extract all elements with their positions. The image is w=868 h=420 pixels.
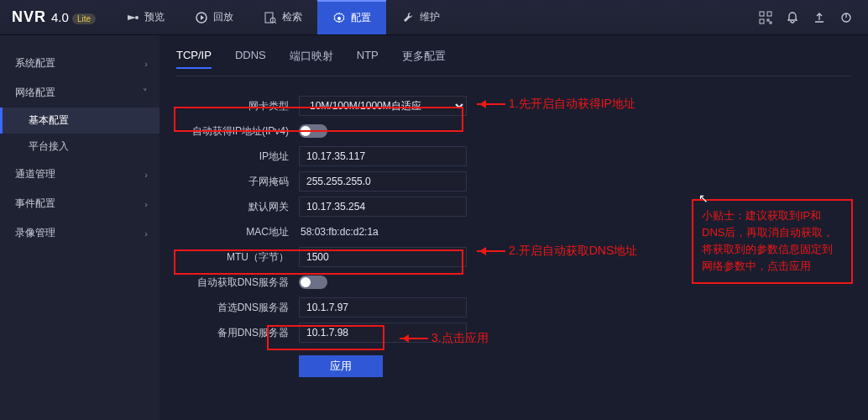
annotation-step3: 3.点击应用 [400, 331, 489, 346]
tab-label: DDNS [235, 49, 266, 61]
svg-rect-8 [767, 19, 769, 21]
chevron-right-icon: › [144, 59, 148, 69]
header-right [759, 11, 868, 24]
sidebar-sub-label: 平台接入 [29, 140, 69, 152]
nav-search-label: 检索 [282, 10, 302, 24]
top-nav: 预览 回放 检索 配置 维护 [111, 0, 455, 34]
app-logo: NVR 4.0 Lite [0, 8, 111, 26]
sidebar-item-sysconfig[interactable]: 系统配置 › [0, 49, 159, 78]
annotation-step1: 1.先开启自动获得IP地址 [477, 97, 635, 112]
chevron-right-icon: › [144, 228, 148, 239]
brand-name: NVR [12, 8, 46, 26]
svg-point-4 [337, 17, 341, 20]
camera-icon [126, 11, 139, 24]
svg-rect-9 [770, 22, 771, 24]
tab-label: 更多配置 [402, 50, 446, 62]
nav-config-label: 配置 [351, 11, 371, 25]
arrow-left-icon [477, 103, 505, 105]
tab-label: TCP/IP [176, 49, 212, 61]
tab-ntp[interactable]: NTP [357, 49, 379, 69]
nav-search[interactable]: 检索 [248, 0, 317, 34]
svg-rect-5 [760, 12, 764, 16]
sidebar-label: 通道管理 [15, 167, 55, 181]
nictype-label: 网卡类型 [176, 99, 299, 113]
sidebar-item-record[interactable]: 录像管理 › [0, 218, 159, 248]
file-search-icon [264, 11, 277, 24]
brand-edition: Lite [72, 13, 96, 24]
autoip-label: 自动获得IP地址(IPv4) [176, 124, 299, 139]
sidebar-label: 网络配置 [15, 86, 55, 100]
mtu-label: MTU（字节） [176, 250, 299, 265]
chevron-down-icon: ˅ [143, 87, 148, 98]
apply-button[interactable]: 应用 [299, 355, 383, 377]
sidebar-sub-basic[interactable]: 基本配置 [0, 108, 159, 134]
sidebar: 系统配置 › 网络配置 ˅ 基本配置 平台接入 通道管理 › 事件配置 › 录像… [0, 35, 159, 420]
tab-portmap[interactable]: 端口映射 [290, 49, 333, 69]
content-area: TCP/IP DDNS 端口映射 NTP 更多配置 网卡类型 10M/100M/… [159, 35, 868, 420]
sub-tabs: TCP/IP DDNS 端口映射 NTP 更多配置 [176, 49, 851, 76]
nav-maintain-label: 维护 [420, 10, 440, 24]
tab-ddns[interactable]: DDNS [235, 49, 266, 69]
wrench-icon [401, 11, 415, 24]
sidebar-item-channel[interactable]: 通道管理 › [0, 160, 159, 189]
autodns-label: 自动获取DNS服务器 [176, 276, 299, 290]
tab-label: NTP [357, 49, 379, 61]
annotation-tip-box: 小贴士：建议获取到IP和DNS后，再取消自动获取，将获取到的参数信息固定到网络参… [692, 199, 853, 284]
ip-label: IP地址 [176, 150, 299, 164]
nav-preview[interactable]: 预览 [111, 0, 180, 34]
tab-tcpip[interactable]: TCP/IP [176, 49, 212, 69]
dns1-input[interactable] [299, 297, 467, 318]
gw-label: 默认网关 [176, 200, 299, 214]
annotation-step2: 2.开启自动获取DNS地址 [477, 244, 637, 259]
chevron-right-icon: › [144, 170, 148, 180]
mask-label: 子网掩码 [176, 175, 299, 189]
svg-point-0 [135, 16, 139, 19]
upload-icon[interactable] [813, 11, 826, 24]
nav-preview-label: 预览 [144, 10, 165, 24]
gear-icon [332, 12, 346, 25]
nav-playback[interactable]: 回放 [180, 0, 248, 34]
svg-rect-7 [760, 19, 764, 24]
sidebar-item-event[interactable]: 事件配置 › [0, 189, 159, 218]
app-header: NVR 4.0 Lite 预览 回放 检索 配置 维护 [0, 0, 868, 35]
annotation-tip-text: 小贴士：建议获取到IP和DNS后，再取消自动获取，将获取到的参数信息固定到网络参… [702, 209, 834, 272]
tab-label: 端口映射 [290, 50, 333, 62]
chevron-right-icon: › [144, 199, 148, 209]
bell-icon[interactable] [786, 11, 799, 24]
arrow-left-icon [477, 250, 505, 252]
sidebar-label: 事件配置 [15, 197, 55, 211]
dns1-label: 首选DNS服务器 [176, 301, 299, 315]
annotation-text: 1.先开启自动获得IP地址 [509, 97, 635, 112]
dns2-label: 备用DNS服务器 [176, 326, 299, 340]
mask-input[interactable] [299, 171, 467, 192]
autodns-toggle[interactable] [299, 276, 327, 289]
autoip-toggle[interactable] [299, 124, 327, 138]
annotation-text: 3.点击应用 [431, 331, 489, 346]
mac-value: 58:03:fb:dc:d2:1a [299, 226, 379, 238]
power-icon[interactable] [839, 11, 853, 24]
sidebar-sub-platform[interactable]: 平台接入 [0, 134, 159, 160]
sidebar-label: 系统配置 [15, 56, 55, 71]
annotation-text: 2.开启自动获取DNS地址 [509, 244, 637, 259]
nav-playback-label: 回放 [213, 10, 233, 24]
sidebar-item-netconfig[interactable]: 网络配置 ˅ [0, 78, 159, 108]
tab-more[interactable]: 更多配置 [402, 49, 446, 69]
mac-label: MAC地址 [176, 225, 299, 239]
sidebar-label: 录像管理 [15, 226, 55, 240]
mtu-input[interactable] [299, 247, 467, 267]
qr-icon[interactable] [759, 11, 772, 24]
playback-icon [195, 11, 208, 24]
arrow-left-icon [400, 338, 428, 339]
nictype-select[interactable]: 10M/100M/1000M自适应 [299, 96, 467, 116]
apply-button-label: 应用 [330, 360, 352, 372]
svg-rect-6 [767, 12, 771, 16]
nav-config[interactable]: 配置 [317, 0, 386, 34]
sidebar-sub-label: 基本配置 [29, 114, 69, 126]
brand-version: 4.0 [51, 10, 69, 24]
gw-input[interactable] [299, 197, 467, 217]
nav-maintain[interactable]: 维护 [386, 0, 455, 34]
ip-input[interactable] [299, 146, 467, 166]
